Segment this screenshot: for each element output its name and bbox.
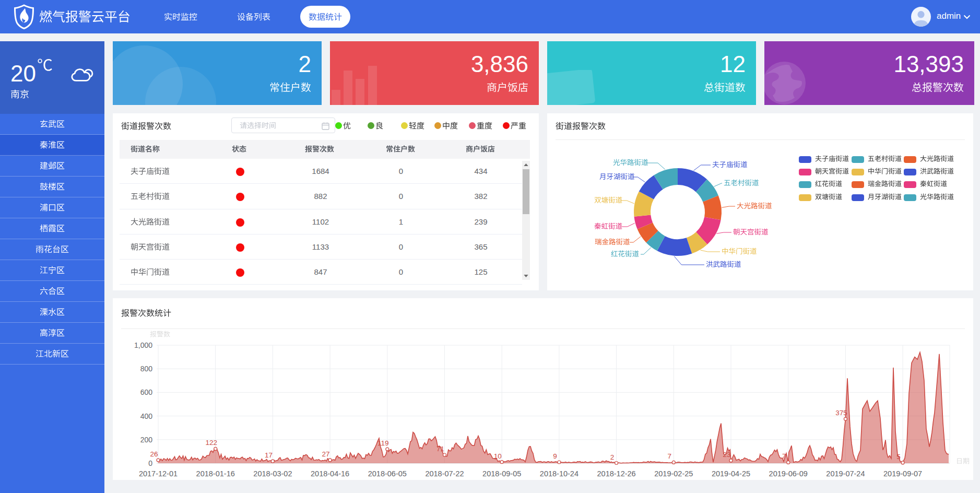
svg-text:2018-01-16: 2018-01-16: [196, 469, 235, 478]
svg-text:27: 27: [322, 450, 330, 458]
svg-text:2018-04-16: 2018-04-16: [311, 469, 349, 478]
svg-text:122: 122: [205, 439, 217, 447]
svg-text:1,000: 1,000: [134, 341, 152, 349]
svg-text:2019-06-09: 2019-06-09: [769, 469, 808, 478]
svg-text:2019-09-07: 2019-09-07: [883, 469, 922, 478]
svg-text:2018-03-02: 2018-03-02: [253, 469, 292, 478]
svg-text:2018-09-05: 2018-09-05: [482, 469, 521, 478]
svg-text:17: 17: [265, 451, 273, 459]
svg-text:375: 375: [835, 409, 847, 417]
svg-text:400: 400: [140, 412, 153, 420]
svg-text:2019-07-24: 2019-07-24: [826, 469, 865, 478]
svg-text:2018-07-22: 2018-07-22: [425, 469, 464, 478]
svg-text:0: 0: [148, 459, 152, 467]
svg-text:26: 26: [150, 450, 158, 458]
svg-text:800: 800: [140, 365, 153, 373]
svg-text:600: 600: [140, 388, 153, 396]
svg-text:200: 200: [140, 436, 153, 444]
svg-text:7: 7: [782, 452, 786, 460]
svg-text:10: 10: [494, 452, 502, 460]
svg-text:23: 23: [723, 451, 730, 459]
svg-text:5: 5: [896, 453, 901, 461]
svg-text:2018-10-24: 2018-10-24: [540, 469, 578, 478]
svg-text:2019-02-25: 2019-02-25: [654, 469, 693, 478]
svg-text:2018-06-05: 2018-06-05: [368, 469, 407, 478]
svg-text:2018-12-26: 2018-12-26: [597, 469, 636, 478]
svg-text:2: 2: [610, 453, 615, 461]
svg-text:9: 9: [553, 452, 557, 460]
svg-text:119: 119: [377, 439, 389, 447]
svg-text:2017-12-01: 2017-12-01: [139, 469, 178, 478]
svg-text:7: 7: [668, 452, 672, 460]
svg-text:2019-04-25: 2019-04-25: [712, 469, 750, 478]
svg-text:71: 71: [436, 445, 444, 453]
